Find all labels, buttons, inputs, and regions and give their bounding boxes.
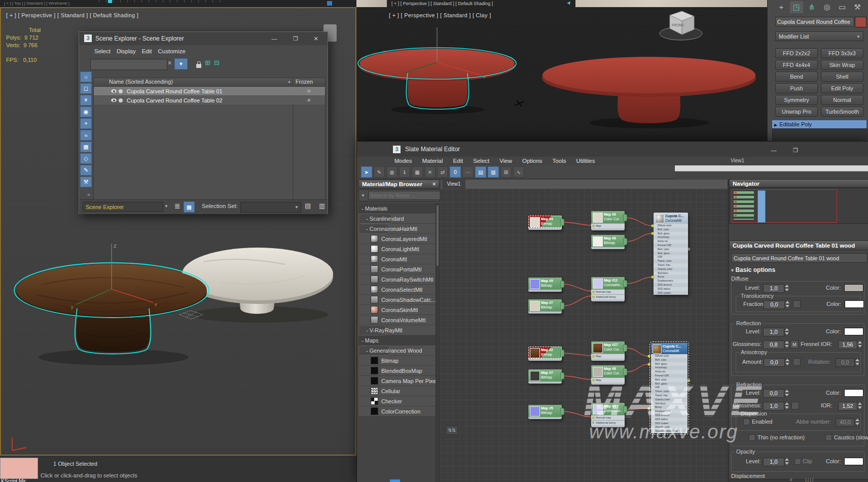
browser-scrollbar[interactable] bbox=[436, 203, 440, 482]
input-slot-normal-map[interactable]: Normal map bbox=[591, 415, 625, 420]
material-input-slots[interactable]: Diffuse color Refl. color Refl. gloss. A… bbox=[651, 354, 688, 433]
navigator-panel[interactable] bbox=[729, 188, 868, 224]
browser-item-coronaselectmtl[interactable]: CoronaSelectMtl bbox=[358, 285, 436, 295]
browser-section--scanline[interactable]: - Scanline bbox=[358, 214, 391, 224]
menu-customize[interactable]: Customize bbox=[155, 47, 189, 55]
slate-maximize-button[interactable]: ❐ bbox=[787, 143, 804, 158]
map-node-header[interactable]: Map #11CoronaNo... bbox=[591, 277, 625, 289]
browser-header[interactable]: Material/Map Browser ✕ bbox=[358, 180, 440, 189]
more-icon[interactable]: » bbox=[87, 191, 90, 197]
opacity-level-field[interactable]: 1,0 bbox=[763, 458, 784, 466]
slate-titlebar[interactable]: 3 Slate Material Editor — ❐ bbox=[357, 142, 868, 157]
map-node-map-4[interactable]: Map #4Bitmap bbox=[528, 216, 562, 230]
input-slot-map[interactable]: Map bbox=[591, 223, 625, 228]
refraction-color-swatch[interactable] bbox=[844, 389, 863, 397]
browser-item-coronalayeredmtl[interactable]: CoronaLayeredMtl bbox=[358, 234, 436, 244]
map-node-header[interactable]: Map #7Bitmap bbox=[528, 299, 562, 312]
frozen-icon[interactable]: ✳ bbox=[307, 88, 311, 94]
map-node-header[interactable]: Map #6Bitmap bbox=[591, 235, 625, 247]
node-wire[interactable] bbox=[626, 348, 649, 356]
material-node-header[interactable]: Cupola C...CoronaMtl bbox=[651, 343, 688, 354]
output-connector[interactable] bbox=[623, 238, 627, 245]
reflection-glossiness-spinner[interactable] bbox=[784, 340, 789, 349]
hierarchy-icon[interactable]: ▦ bbox=[184, 201, 195, 213]
display-lights-icon[interactable]: ☀ bbox=[80, 95, 92, 106]
slate-menu-select[interactable]: Select bbox=[470, 157, 492, 165]
slate-menu-tools[interactable]: Tools bbox=[550, 157, 569, 165]
table-header[interactable]: Name (Sorted Ascending) ▲ Frozen bbox=[94, 78, 325, 87]
display-tab[interactable]: ▭ bbox=[836, 1, 849, 13]
modifier-stack-row[interactable]: ▶Editable Poly bbox=[772, 120, 866, 128]
browser-item-coronavolumemtl[interactable]: CoronaVolumeMtl bbox=[358, 315, 436, 325]
browser-section--materials[interactable]: - Materials bbox=[358, 203, 436, 214]
material-node-coronamtl[interactable]: Cupola C...CoronaMtlDiffuse color Refl. … bbox=[651, 343, 688, 433]
slate-menu-options[interactable]: Options bbox=[519, 157, 546, 165]
map-node-header[interactable]: Map #6Color Cor... bbox=[591, 211, 625, 223]
browser-item-coronashadowcatc-[interactable]: CoronaShadowCatc... bbox=[358, 295, 436, 305]
map-node-header[interactable]: Map #4Bitmap bbox=[528, 216, 562, 228]
object-color-swatch[interactable] bbox=[855, 17, 866, 27]
zero-map-icon[interactable]: 0 bbox=[450, 166, 461, 178]
map-node-header[interactable]: Map #7Bitmap bbox=[528, 369, 562, 382]
map-node-map-6[interactable]: Map #6Color Cor...Map bbox=[591, 211, 625, 230]
hide-unused-nodeslots-icon[interactable]: ⋯ bbox=[462, 166, 474, 178]
explorer-selector[interactable]: Scene Explorer bbox=[83, 202, 163, 212]
map-node-header[interactable]: Map #27Color Cor... bbox=[591, 341, 625, 354]
slate-menu-utilities[interactable]: Utilities bbox=[573, 157, 598, 165]
browser-scrollbar-thumb[interactable] bbox=[437, 205, 439, 266]
frozen-icon[interactable]: ✳ bbox=[307, 97, 311, 103]
reflection-color-swatch[interactable] bbox=[844, 328, 863, 335]
output-connector[interactable] bbox=[560, 372, 564, 380]
output-connector[interactable] bbox=[560, 302, 564, 309]
slate-menu-edit[interactable]: Edit bbox=[450, 157, 466, 165]
map-node-map-2[interactable]: Map #2Bitmap bbox=[528, 347, 562, 361]
map-node-map-27[interactable]: Map #27Color Cor...Map bbox=[591, 341, 625, 361]
layout-vertical-icon[interactable]: ▥ bbox=[488, 166, 499, 178]
put-to-library-icon[interactable]: ◍ bbox=[386, 166, 397, 178]
material-node-header[interactable]: Cupola C...CoronaMtl bbox=[654, 213, 688, 224]
menu-select[interactable]: Select bbox=[91, 47, 114, 55]
layers-icon[interactable]: ≣ bbox=[174, 202, 180, 210]
utilities-tab[interactable]: ⚒ bbox=[851, 1, 864, 13]
lock-icon[interactable] bbox=[196, 64, 201, 68]
display-tools-icon[interactable]: ⚒ bbox=[80, 177, 92, 187]
fresnel-ior-spinner[interactable] bbox=[857, 340, 862, 349]
material-input-slots[interactable]: Diffuse color Refl. color Refl. gloss. A… bbox=[654, 224, 688, 295]
modifier-button-bend[interactable]: Bend bbox=[775, 72, 818, 82]
map-node-header[interactable]: Map #8Color Cor... bbox=[591, 365, 625, 377]
opacity-color-swatch[interactable] bbox=[844, 458, 863, 465]
translucency-fraction-spinner[interactable] bbox=[785, 300, 790, 308]
map-node-map-7[interactable]: Map #7Bitmap bbox=[528, 299, 562, 314]
anisotropy-amount-field[interactable]: 0,0 bbox=[764, 358, 785, 367]
input-slot-additional-bump[interactable]: Additional bump bbox=[591, 420, 625, 425]
view-tab[interactable]: View1 bbox=[442, 180, 465, 189]
translucency-color-swatch[interactable] bbox=[845, 300, 864, 308]
display-materials-icon[interactable]: ✎ bbox=[80, 165, 92, 176]
modifier-button-skin-wrap[interactable]: Skin Wrap bbox=[821, 60, 863, 70]
fresnel-ior-field[interactable]: 1,56 bbox=[838, 340, 857, 349]
modifier-button-shell[interactable]: Shell bbox=[821, 72, 863, 82]
rollout-basic-options[interactable]: ▾ Basic options bbox=[731, 266, 775, 273]
navigator-header[interactable]: Navigator bbox=[729, 179, 868, 188]
output-connector[interactable] bbox=[560, 219, 564, 226]
edit-selection-set-icon[interactable]: ▥ bbox=[319, 202, 325, 210]
browser-item-colorcorrection[interactable]: ColorCorrection bbox=[358, 406, 436, 417]
pan-tool-icon[interactable]: ⇅⇅ bbox=[446, 426, 458, 435]
modifier-button-ffd-4x4x4[interactable]: FFD 4x4x4 bbox=[775, 60, 818, 70]
browser-item-coronaportalmtl[interactable]: CoronaPortalMtl bbox=[358, 264, 436, 274]
browser-search-dropdown-icon[interactable]: ▼ bbox=[361, 193, 365, 198]
modifier-button-normal[interactable]: Normal bbox=[821, 95, 863, 105]
minimize-button[interactable]: — bbox=[266, 32, 283, 45]
node-wire[interactable] bbox=[626, 364, 649, 372]
object-color-icon[interactable] bbox=[119, 98, 123, 102]
table-row[interactable]: Cupola Carved Round Coffee Table 02 ✳ bbox=[94, 96, 325, 105]
browser-item-coronaskinmtl[interactable]: CoronaSkinMtl bbox=[358, 305, 436, 315]
refraction-gloss-map-button[interactable] bbox=[791, 402, 799, 409]
map-node-header[interactable]: Map #5Bitmap bbox=[528, 278, 562, 290]
browser-section--general[interactable]: - General bbox=[358, 346, 390, 356]
clip-checkbox[interactable] bbox=[794, 458, 801, 465]
display-groups-icon[interactable]: ▦ bbox=[80, 142, 92, 152]
browser-item-coronarayswitchmtl[interactable]: CoronaRaySwitchMtl bbox=[358, 274, 436, 285]
reflection-level-field[interactable]: 1,0 bbox=[763, 328, 784, 336]
maxscript-mini-listener[interactable] bbox=[0, 458, 38, 479]
